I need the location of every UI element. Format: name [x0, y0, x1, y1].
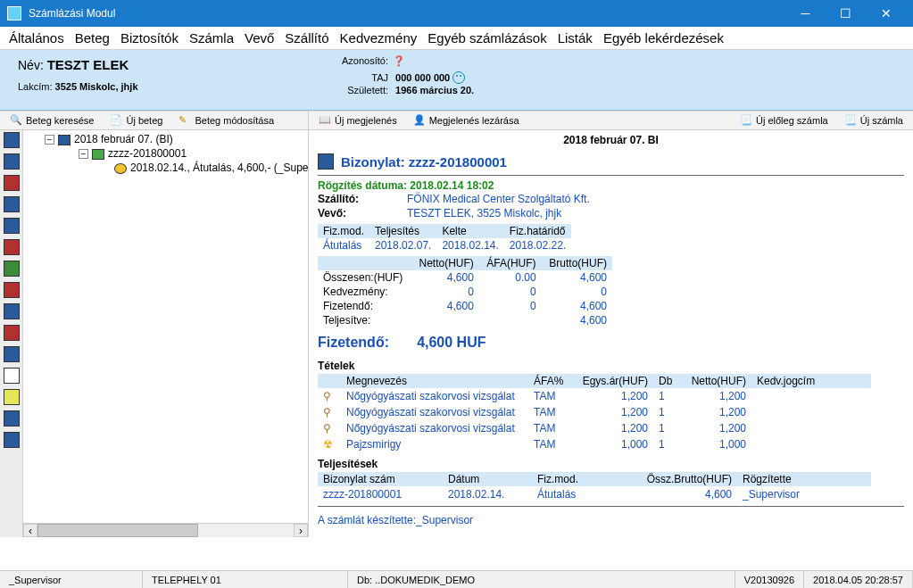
val-rogzitette: _Supervisor	[737, 486, 871, 502]
document-tree[interactable]: −2018 február 07. (BI) −zzzz-201800001 2…	[23, 130, 309, 537]
side-icon[interactable]	[4, 218, 20, 234]
side-icon[interactable]	[4, 261, 20, 277]
status-user: _Supervisor	[0, 571, 143, 588]
patient-addr-label: Lakcím:	[18, 81, 53, 92]
user-icon	[413, 114, 426, 127]
edit-patient-button[interactable]: Beteg módosítása	[172, 112, 280, 128]
collapse-icon[interactable]: −	[79, 149, 88, 159]
menu-egyeb-szamlazasok[interactable]: Egyéb számlázások	[422, 29, 552, 47]
side-icon[interactable]	[4, 175, 20, 191]
item-name: Nőgyógyászati szakorvosi vizsgálat	[341, 388, 528, 404]
side-icon[interactable]	[4, 132, 20, 148]
item-qty: 1	[653, 420, 680, 436]
new-patient-button[interactable]: Új beteg	[104, 112, 169, 128]
item-netto: 1,000	[680, 436, 751, 452]
items-title: Tételek	[309, 356, 913, 372]
tree-node-date[interactable]: −2018 február 07. (BI)	[27, 132, 304, 146]
side-icon[interactable]	[4, 239, 20, 255]
col-hatarido: Fiz.határidő	[504, 224, 571, 238]
close-appearance-button[interactable]: Megjelenés lezárása	[407, 112, 526, 128]
payment-info-table: Fiz.mod.TeljesítésKelteFiz.határidő Átut…	[309, 222, 913, 254]
side-icon[interactable]	[4, 325, 20, 341]
col-afapercent: ÁFA%	[528, 374, 573, 388]
item-row: Nőgyógyászati szakorvosi vizsgálat TAM 1…	[318, 404, 871, 420]
side-icon[interactable]	[4, 389, 20, 405]
search-patient-label: Beteg keresése	[26, 115, 94, 126]
col-kedvjogcim: Kedv.jogcím	[751, 374, 871, 388]
new-patient-label: Új beteg	[126, 115, 162, 126]
val-hatarido: 2018.02.22.	[504, 238, 571, 253]
menu-altalanos[interactable]: Általános	[4, 29, 70, 47]
new-appearance-button[interactable]: Új megjelenés	[312, 112, 403, 128]
menu-listak[interactable]: Listák	[552, 29, 598, 47]
side-icon[interactable]	[4, 410, 20, 427]
item-unitprice: 1,200	[573, 420, 653, 436]
patient-address-row: Lakcím: 3525 Miskolc, jhjk	[18, 81, 138, 92]
folder-icon	[58, 135, 71, 145]
col-datum: Dátum	[443, 472, 532, 486]
tree-node-payment[interactable]: 2018.02.14., Átutalás, 4,600,- (_Supervi…	[27, 161, 304, 175]
menu-beteg[interactable]: Beteg	[70, 29, 115, 47]
col-netto: Netto(HUF)	[411, 256, 479, 270]
new-invoice-button[interactable]: Új számla	[838, 112, 909, 128]
side-icon-strip	[0, 130, 23, 537]
item-name: Pajzsmirigy	[341, 436, 528, 452]
item-netto: 1,200	[680, 388, 751, 404]
teljesitesek-title: Teljesítések	[309, 454, 913, 470]
tree-node-invoice[interactable]: −zzzz-201800001	[27, 146, 304, 161]
menu-vevo[interactable]: Vevő	[239, 29, 279, 47]
document-title: Bizonylat: zzzz-201800001	[341, 154, 507, 170]
patient-name-label: Név:	[18, 58, 44, 72]
main-header: 2018 február 07. BI	[309, 130, 913, 150]
side-icon[interactable]	[4, 196, 20, 212]
status-site: TELEPHELY 01	[143, 571, 348, 588]
col-fizmod2: Fiz.mod.	[532, 472, 639, 486]
new-invoice-icon	[844, 114, 857, 127]
status-bar: _Supervisor TELEPHELY 01 Db: ..DOKUMEDIK…	[0, 570, 913, 588]
patient-id-label: Azonosító:	[339, 55, 388, 66]
menu-biztositok[interactable]: Biztosítók	[115, 29, 184, 47]
search-patient-button[interactable]: Beteg keresése	[4, 112, 100, 128]
side-icon[interactable]	[4, 303, 20, 319]
side-icon[interactable]	[4, 282, 20, 298]
menu-kedvezmeny[interactable]: Kedvezmény	[335, 29, 423, 47]
patient-name: TESZT ELEK	[47, 57, 129, 72]
col-megnevezes: Megnevezés	[341, 374, 528, 388]
maximize-button[interactable]: ☐	[826, 0, 866, 27]
item-unitprice: 1,000	[573, 436, 653, 452]
item-row: Nőgyógyászati szakorvosi vizsgálat TAM 1…	[318, 388, 871, 404]
side-icon[interactable]	[4, 346, 20, 362]
item-qty: 1	[653, 404, 680, 420]
side-icon[interactable]	[4, 153, 20, 170]
menu-egyeb-lekerdezesek[interactable]: Egyéb lekérdezések	[598, 29, 729, 47]
menu-szamla[interactable]: Számla	[184, 29, 239, 47]
col-osszbrutto: Össz.Brutto(HUF)	[639, 472, 737, 486]
med-icon	[323, 422, 336, 435]
side-icon[interactable]	[4, 432, 20, 448]
big-payable: Fizetendő: 4,600 HUF	[309, 329, 913, 356]
item-qty: 1	[653, 436, 680, 452]
main-menu: Általános Beteg Biztosítók Számla Vevő S…	[0, 27, 913, 50]
col-bizonylatszam: Bizonylat szám	[318, 472, 443, 486]
tree-node-label: 2018.02.14., Átutalás, 4,600,- (_Supervi…	[130, 161, 309, 174]
supplier-label: Szállító:	[318, 193, 407, 205]
document-icon	[318, 153, 334, 170]
collapse-icon[interactable]: −	[45, 135, 54, 145]
close-button[interactable]: ✕	[866, 0, 906, 27]
item-netto: 1,200	[680, 404, 751, 420]
minimize-button[interactable]: ─	[785, 0, 826, 27]
col-db: Db	[653, 374, 680, 388]
tree-hscrollbar[interactable]: ‹›	[23, 523, 308, 537]
teljesitesek-table: Bizonylat szám Dátum Fiz.mod. Össz.Brutt…	[309, 470, 913, 504]
row-kedvezmeny: Kedvezmény:	[318, 285, 411, 299]
search-icon	[10, 114, 22, 127]
new-patient-icon	[110, 114, 122, 127]
col-kelte: Kelte	[436, 224, 503, 238]
menu-szallito[interactable]: Szállító	[279, 29, 334, 47]
item-row: Pajzsmirigy TAM 1,000 1 1,000	[318, 436, 871, 452]
side-icon[interactable]	[4, 368, 20, 384]
window-title: Számlázási Modul	[29, 7, 785, 20]
payment-icon	[114, 163, 127, 174]
new-advance-invoice-button[interactable]: Új előleg számla	[734, 112, 834, 128]
item-name: Nőgyógyászati szakorvosi vizsgálat	[341, 420, 528, 436]
